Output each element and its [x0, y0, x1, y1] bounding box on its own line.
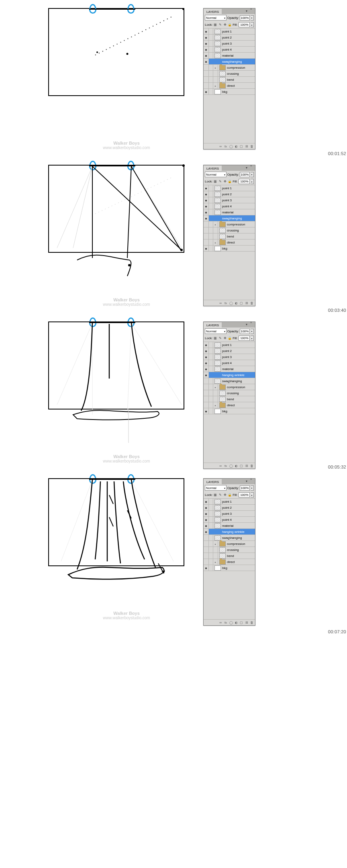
- layer-row[interactable]: swag\hanging: [204, 378, 255, 384]
- lock-move-icon[interactable]: ✥: [223, 493, 227, 497]
- layer-lock-col[interactable]: [209, 185, 213, 191]
- visibility-toggle[interactable]: ●: [204, 408, 209, 414]
- lock-brush-icon[interactable]: ✎: [218, 180, 222, 184]
- layer-thumbnail[interactable]: [214, 535, 221, 540]
- layer-row[interactable]: ▸compression: [204, 64, 255, 70]
- adjustment-layer-icon[interactable]: ◐: [234, 620, 238, 624]
- layer-arrow[interactable]: ▸: [213, 240, 218, 245]
- layer-name[interactable]: bend: [227, 554, 234, 558]
- opacity-field[interactable]: 100%: [240, 172, 250, 177]
- fill-field[interactable]: 100%: [239, 179, 250, 184]
- layer-row[interactable]: ●point 4: [204, 203, 255, 209]
- visibility-toggle[interactable]: ●: [204, 360, 209, 366]
- delete-layer-icon[interactable]: 🗑: [250, 464, 254, 468]
- layer-thumbnail[interactable]: [219, 228, 226, 233]
- visibility-toggle[interactable]: ●: [204, 354, 209, 360]
- visibility-toggle[interactable]: ●: [204, 29, 209, 34]
- layer-lock-col[interactable]: [209, 529, 213, 534]
- layer-row[interactable]: crossing: [204, 227, 255, 233]
- visibility-toggle[interactable]: [204, 240, 209, 245]
- new-group-icon[interactable]: ▢: [239, 464, 243, 468]
- layer-name[interactable]: point 2: [222, 192, 232, 196]
- visibility-toggle[interactable]: [204, 541, 209, 547]
- layer-name[interactable]: material: [222, 211, 233, 214]
- layer-lock-col[interactable]: [209, 41, 213, 46]
- visibility-toggle[interactable]: [204, 390, 209, 396]
- delete-layer-icon[interactable]: 🗑: [250, 144, 254, 148]
- layer-arrow[interactable]: [213, 71, 218, 76]
- lock-brush-icon[interactable]: ✎: [218, 23, 222, 27]
- layer-thumbnail[interactable]: [214, 35, 221, 40]
- layer-lock-col[interactable]: [209, 396, 213, 402]
- layer-arrow[interactable]: ▸: [213, 65, 218, 70]
- layer-name[interactable]: direct: [227, 403, 235, 407]
- layer-thumbnail[interactable]: [214, 529, 221, 534]
- fill-dropdown-icon[interactable]: ▸: [251, 336, 254, 341]
- layer-row[interactable]: ●swag\hanging: [204, 58, 255, 64]
- layer-lock-col[interactable]: [209, 372, 213, 378]
- blend-mode-select[interactable]: Normal: [205, 485, 227, 491]
- layer-thumbnail[interactable]: [214, 29, 221, 34]
- layer-name[interactable]: point 3: [222, 199, 232, 202]
- fill-dropdown-icon[interactable]: ▸: [251, 492, 254, 497]
- layer-row[interactable]: crossing: [204, 70, 255, 76]
- new-layer-icon[interactable]: ⊞: [245, 620, 249, 624]
- layer-name[interactable]: point 3: [222, 512, 232, 516]
- fill-field[interactable]: 100%: [239, 492, 250, 497]
- canvas-area[interactable]: [0, 4, 195, 145]
- new-layer-icon[interactable]: ⊞: [245, 464, 249, 468]
- layer-name[interactable]: bend: [227, 78, 234, 82]
- panel-collapse-icon[interactable]: ▾: [245, 322, 249, 326]
- layer-name[interactable]: point 1: [222, 343, 232, 347]
- layer-lock-col[interactable]: [209, 505, 213, 510]
- lock-brush-icon[interactable]: ✎: [218, 336, 222, 340]
- layer-name[interactable]: point 2: [222, 349, 232, 353]
- visibility-toggle[interactable]: [204, 396, 209, 402]
- panel-menu-icon[interactable]: ≡: [250, 9, 254, 13]
- layer-name[interactable]: crossing: [227, 391, 239, 395]
- visibility-toggle[interactable]: ●: [204, 511, 209, 516]
- panel-menu-icon[interactable]: ≡: [250, 166, 254, 170]
- layer-name[interactable]: direct: [227, 241, 235, 244]
- layer-row[interactable]: ▸compression: [204, 384, 255, 390]
- layer-row[interactable]: crossing: [204, 547, 255, 553]
- layer-lock-col[interactable]: [209, 35, 213, 40]
- layer-row[interactable]: ●point 2: [204, 34, 255, 40]
- layer-name[interactable]: bkg: [222, 566, 227, 570]
- lock-all-icon[interactable]: 🔒: [228, 493, 232, 497]
- visibility-toggle[interactable]: ●: [204, 35, 209, 40]
- layer-name[interactable]: bkg: [222, 90, 227, 94]
- layer-lock-col[interactable]: [209, 29, 213, 34]
- layer-thumbnail[interactable]: [219, 71, 226, 76]
- layer-name[interactable]: point 3: [222, 355, 232, 359]
- panel-collapse-icon[interactable]: ▾: [245, 166, 249, 170]
- layer-row[interactable]: ▸direct: [204, 559, 255, 565]
- layer-row[interactable]: ●point 1: [204, 342, 255, 348]
- layer-thumbnail[interactable]: [214, 360, 221, 366]
- visibility-toggle[interactable]: ●: [204, 565, 209, 571]
- visibility-toggle[interactable]: [204, 83, 209, 88]
- layer-arrow[interactable]: [213, 227, 218, 233]
- layer-thumbnail[interactable]: [214, 348, 221, 354]
- layer-row[interactable]: ●point 4: [204, 516, 255, 522]
- layer-lock-col[interactable]: [209, 191, 213, 197]
- layer-thumbnail[interactable]: [219, 77, 226, 82]
- opacity-dropdown-icon[interactable]: ▸: [251, 172, 254, 177]
- layer-lock-col[interactable]: [209, 246, 213, 251]
- fill-field[interactable]: 100%: [239, 336, 250, 341]
- layers-tab[interactable]: LAYERS: [204, 166, 222, 171]
- layer-thumbnail[interactable]: [214, 379, 221, 384]
- layer-row[interactable]: ●point 3: [204, 510, 255, 516]
- layer-lock-col[interactable]: [209, 221, 213, 227]
- layer-name[interactable]: material: [222, 524, 233, 528]
- layer-arrow[interactable]: ▸: [213, 83, 218, 88]
- layer-lock-col[interactable]: [209, 511, 213, 516]
- layer-lock-col[interactable]: [209, 215, 213, 221]
- layer-lock-col[interactable]: [209, 408, 213, 414]
- panel-collapse-icon[interactable]: ▾: [245, 479, 249, 483]
- layer-thumbnail[interactable]: [214, 366, 221, 372]
- layer-arrow[interactable]: ▸: [213, 402, 218, 408]
- layer-thumbnail[interactable]: [214, 210, 221, 215]
- layer-row[interactable]: ●point 4: [204, 360, 255, 366]
- layer-lock-col[interactable]: [209, 553, 213, 559]
